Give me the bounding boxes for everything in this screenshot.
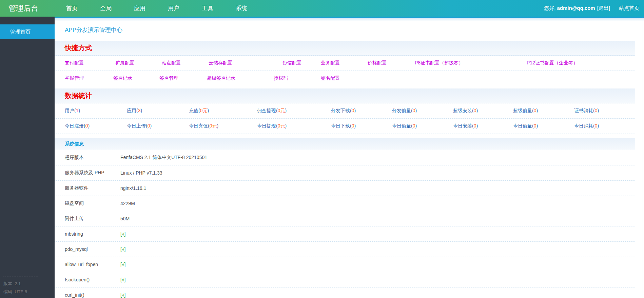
shortcuts-row-2: 举报管理签名记录签名管理超级签名记录授权码签名配置	[55, 71, 635, 86]
stat-item[interactable]: 用户(1)	[65, 108, 127, 114]
shortcut-link[interactable]: 价格配置	[368, 60, 415, 66]
shortcuts-row-1: 支付配置扩展配置站点配置云储存配置短信配置业务配置价格配置P8证书配置（超级签）…	[55, 56, 635, 71]
top-nav-item[interactable]: 工具	[191, 4, 225, 12]
encoding-label: 编码: UTF-8	[3, 288, 38, 296]
stat-paren-close: )	[207, 108, 209, 113]
stat-label: 今日下载	[331, 123, 350, 128]
stat-item[interactable]: 超级安装(0)	[453, 108, 513, 114]
stat-label: 充值	[189, 108, 198, 113]
stat-item[interactable]: 今日下载(0)	[331, 123, 392, 129]
stat-item[interactable]: 分发偷量(0)	[392, 108, 453, 114]
stat-paren-close: )	[476, 108, 478, 113]
sidebar-item-admin-home[interactable]: 管理首页	[0, 24, 55, 39]
shortcut-link[interactable]: 站点配置	[162, 60, 209, 66]
sysinfo-row: 程序版本FenfaCMS 2.1 简体中文UTF-8 20210501	[55, 150, 635, 165]
top-nav-item[interactable]: 首页	[55, 4, 89, 12]
sysinfo-row: fsockopen()[√]	[55, 272, 635, 287]
stat-value: 0元	[200, 108, 208, 113]
shortcut-link[interactable]: 业务配置	[321, 60, 368, 66]
sysinfo-label: pdo_mysql	[55, 246, 120, 252]
stat-paren-close: )	[78, 108, 80, 113]
stat-item[interactable]: 应用(3)	[127, 108, 189, 114]
top-nav-item[interactable]: 应用	[123, 4, 157, 12]
sysinfo-row: 服务器系统及 PHPLinux / PHP v7.1.33	[55, 165, 635, 181]
stat-paren-close: )	[415, 108, 417, 113]
shortcut-link[interactable]: 短信配置	[282, 60, 321, 66]
shortcut-link[interactable]: P8证书配置（超级签）	[415, 60, 527, 66]
stat-item[interactable]: 分发下载(0)	[331, 108, 392, 114]
stat-paren-close: )	[536, 108, 538, 113]
stat-item[interactable]: 证书消耗(0)	[574, 108, 635, 114]
shortcut-link[interactable]: 扩展配置	[115, 60, 162, 66]
sysinfo-check-value: [√]	[120, 231, 125, 237]
sysinfo-check-value: [√]	[120, 292, 125, 298]
stat-item[interactable]: 今日充值(0元)	[189, 123, 257, 129]
stat-item[interactable]: 今日上传(0)	[127, 123, 189, 129]
greeting-text: 您好, admin@qq.com	[544, 5, 595, 12]
stat-paren-close: )	[597, 108, 599, 113]
shortcut-link[interactable]: 支付配置	[65, 60, 115, 66]
sidebar-footer: 版本: 2.1 编码: UTF-8	[3, 277, 38, 296]
sysinfo-check-value: [√]	[120, 262, 125, 267]
stats-row-today: 今日注册(0)今日上传(0)今日充值(0元)今日提现(0元)今日下载(0)今日偷…	[55, 119, 635, 134]
stat-item[interactable]: 今日偷量(0)	[513, 123, 574, 129]
shortcut-link[interactable]: P12证书配置（企业签）	[527, 60, 635, 66]
top-nav-item[interactable]: 系统	[225, 4, 258, 12]
shortcut-link[interactable]: 举报管理	[65, 75, 113, 81]
page-title[interactable]: APP分发演示管理中心	[65, 26, 122, 34]
sysinfo-label: allow_url_fopen	[55, 262, 120, 267]
sysinfo-value: nginx/1.16.1	[120, 185, 146, 191]
section-stats: 数据统计 用户(1)应用(3)充值(0元)佣金提现(0元)分发下载(0)分发偷量…	[55, 88, 635, 134]
sysinfo-value: 50M	[120, 216, 130, 221]
sysinfo-heading: 系统信息	[65, 141, 84, 147]
stat-item[interactable]: 今日消耗(0)	[574, 123, 635, 129]
shortcut-link[interactable]: 签名配置	[321, 75, 635, 81]
sysinfo-value: 4229M	[120, 201, 135, 206]
stat-item[interactable]: 今日安装(0)	[453, 123, 513, 129]
stat-item[interactable]: 今日提现(0元)	[257, 123, 331, 129]
shortcut-link[interactable]: 签名管理	[159, 75, 207, 81]
site-home-link[interactable]: 站点首页	[619, 5, 639, 12]
stat-paren-close: )	[415, 123, 417, 128]
shortcut-link[interactable]: 签名记录	[113, 75, 159, 81]
stat-label: 用户	[65, 108, 74, 113]
sysinfo-check-value: [√]	[120, 277, 125, 282]
shortcut-link[interactable]: 超级签名记录	[207, 75, 274, 81]
top-nav-item[interactable]: 用户	[157, 4, 191, 12]
shortcut-link[interactable]: 云储存配置	[209, 60, 282, 66]
sysinfo-row: mbstring[√]	[55, 226, 635, 242]
app-title: 管理后台	[0, 3, 55, 14]
stat-paren-close: )	[476, 123, 478, 128]
stat-item[interactable]: 充值(0元)	[189, 108, 257, 114]
stat-label: 应用	[127, 108, 136, 113]
stat-paren-close: )	[354, 123, 356, 128]
stat-paren-close: )	[88, 123, 90, 128]
stat-item[interactable]: 今日注册(0)	[65, 123, 127, 129]
stat-label: 今日上传	[127, 123, 146, 128]
stat-label: 证书消耗	[574, 108, 593, 113]
stat-label: 今日偷量	[513, 123, 532, 128]
sysinfo-label: 服务器系统及 PHP	[55, 170, 120, 176]
section-shortcuts: 快捷方式 支付配置扩展配置站点配置云储存配置短信配置业务配置价格配置P8证书配置…	[55, 41, 635, 86]
section-sysinfo: 系统信息 程序版本FenfaCMS 2.1 简体中文UTF-8 20210501…	[55, 138, 635, 298]
top-nav-item[interactable]: 全局	[89, 4, 123, 12]
shortcut-link[interactable]: 授权码	[274, 75, 321, 81]
app-shell: 管理首页 版本: 2.1 编码: UTF-8 APP分发演示管理中心 快捷方式 …	[0, 17, 644, 298]
stat-label: 今日消耗	[574, 123, 593, 128]
stat-paren-close: )	[140, 108, 142, 113]
sysinfo-label: fsockopen()	[55, 277, 120, 282]
logout-link[interactable]: [退出]	[597, 5, 610, 12]
stat-label: 分发下载	[331, 108, 350, 113]
user-email: admin@qq.com	[557, 5, 595, 11]
stat-paren-close: )	[217, 123, 218, 128]
stat-item[interactable]: 佣金提现(0元)	[257, 108, 331, 114]
topbar-shadow	[55, 18, 644, 21]
stat-item[interactable]: 超级偷量(0)	[513, 108, 574, 114]
sysinfo-header-band: 系统信息	[55, 138, 635, 150]
scrollbar-track[interactable]	[643, 17, 643, 298]
sidebar: 管理首页 版本: 2.1 编码: UTF-8	[0, 17, 55, 298]
sysinfo-label: 附件上传	[55, 216, 120, 222]
stat-item[interactable]: 今日偷量(0)	[392, 123, 453, 129]
greeting-prefix: 您好,	[544, 5, 555, 11]
sidebar-footer-divider	[3, 277, 38, 277]
